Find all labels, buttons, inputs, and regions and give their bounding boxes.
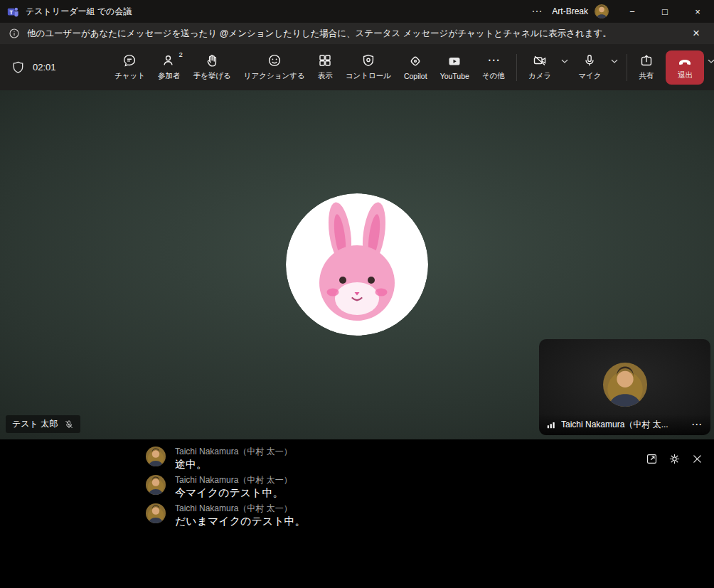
- account-name: Art-Break: [552, 6, 588, 16]
- caption-body: Taichi Nakamura（中村 太一） だいまマイクのテスト中。: [175, 503, 306, 528]
- control-icon: [361, 53, 375, 68]
- timer-group: 02:01: [0, 60, 108, 74]
- titlebar: テストリーダー組 での会議 ⋯ Art-Break − □ ×: [0, 0, 714, 23]
- teams-logo-icon: [7, 6, 19, 18]
- chat-icon: [122, 53, 137, 68]
- caption-row: Taichi Nakamura（中村 太一） だいまマイクのテスト中。: [146, 503, 714, 528]
- divider: [516, 54, 517, 81]
- leave-group: 退出: [666, 50, 714, 85]
- caption-text: 途中。: [175, 457, 292, 471]
- self-avatar: [603, 363, 647, 407]
- self-name: Taichi Nakamura（中村 太...: [561, 419, 685, 431]
- copilot-button[interactable]: Copilot: [398, 54, 434, 80]
- toolbar-device-group: カメラ マイク: [511, 50, 714, 85]
- raise-hand-icon: [205, 53, 219, 68]
- participants-label: 参加者: [158, 71, 181, 81]
- banner-text: 他のユーザーがあなたにメッセージを送ったり @メンションしたりした場合に、ステー…: [27, 28, 680, 40]
- reactions-button[interactable]: リアクションする: [238, 53, 311, 81]
- phone-hangup-icon: [678, 54, 692, 68]
- caption-speaker-name: Taichi Nakamura（中村 太一）: [175, 475, 292, 486]
- self-video-tile[interactable]: Taichi Nakamura（中村 太... ⋯: [539, 339, 710, 435]
- caption-text: だいまマイクのテスト中。: [175, 514, 306, 528]
- banner-close-icon[interactable]: ×: [687, 26, 705, 41]
- more-button[interactable]: ⋯ その他: [476, 53, 511, 81]
- captions-actions: [644, 451, 705, 467]
- toolbar-buttons: チャット 2 参加者 手を挙げる リアクションする: [108, 53, 511, 81]
- titlebar-right: ⋯ Art-Break − □ ×: [521, 0, 714, 23]
- participants-button[interactable]: 2 参加者: [151, 53, 187, 81]
- youtube-icon: [447, 54, 462, 68]
- maximize-button[interactable]: □: [649, 0, 681, 23]
- popout-icon[interactable]: [644, 451, 660, 467]
- camera-chevron-down-icon[interactable]: [558, 59, 572, 64]
- shield-icon: [11, 60, 25, 74]
- youtube-label: YouTube: [440, 72, 469, 80]
- divider: [627, 54, 627, 81]
- participants-count-badge: 2: [178, 50, 182, 58]
- camera-off-icon: [533, 53, 547, 68]
- youtube-button[interactable]: YouTube: [434, 54, 476, 80]
- caption-body: Taichi Nakamura（中村 太一） 今マイクのテスト中。: [175, 475, 292, 500]
- share-icon: [639, 53, 654, 68]
- view-button[interactable]: 表示: [311, 53, 339, 81]
- speaker-avatar: [146, 447, 166, 466]
- leave-button[interactable]: 退出: [666, 50, 704, 85]
- signal-bars-icon: [546, 419, 556, 429]
- share-label: 共有: [639, 71, 654, 81]
- control-label: コントロール: [346, 71, 391, 81]
- camera-label: カメラ: [528, 71, 551, 81]
- speaker-avatar: [146, 475, 166, 495]
- mic-button[interactable]: マイク: [572, 53, 607, 81]
- control-button[interactable]: コントロール: [339, 53, 398, 81]
- teams-meeting-window: テストリーダー組 での会議 ⋯ Art-Break − □ × 他のユーザーがあ…: [0, 0, 714, 588]
- mic-group: マイク: [572, 53, 622, 81]
- self-tile-label-bar: Taichi Nakamura（中村 太... ⋯: [539, 414, 710, 435]
- minimize-button[interactable]: −: [616, 0, 649, 23]
- notification-banner: 他のユーザーがあなたにメッセージを送ったり @メンションしたりした場合に、ステー…: [0, 23, 714, 44]
- mic-chevron-down-icon[interactable]: [607, 59, 622, 64]
- chat-label: チャット: [114, 71, 145, 81]
- participant-avatar-rabbit: [286, 193, 428, 336]
- caption-body: Taichi Nakamura（中村 太一） 途中。: [175, 447, 292, 471]
- window-title: テストリーダー組 での会議: [26, 6, 132, 18]
- leave-chevron-down-icon[interactable]: [704, 59, 714, 64]
- mic-icon: [582, 53, 597, 68]
- participant-name: テスト 太郎: [12, 418, 58, 430]
- account-avatar[interactable]: [595, 4, 609, 18]
- titlebar-left: テストリーダー組 での会議: [0, 6, 132, 18]
- caption-row: Taichi Nakamura（中村 太一） 今マイクのテスト中。: [146, 475, 714, 500]
- reactions-label: リアクションする: [244, 71, 305, 81]
- caption-messages: Taichi Nakamura（中村 太一） 途中。 Taichi Nakamu…: [0, 439, 714, 528]
- captions-close-icon[interactable]: [689, 451, 705, 467]
- titlebar-more-button[interactable]: ⋯: [521, 5, 552, 18]
- view-grid-icon: [318, 53, 332, 68]
- chat-button[interactable]: チャット: [108, 53, 151, 81]
- caption-text: 今マイクのテスト中。: [175, 486, 292, 500]
- captions-panel: Taichi Nakamura（中村 太一） 途中。 Taichi Nakamu…: [0, 439, 714, 588]
- raise-hand-label: 手を挙げる: [193, 71, 230, 81]
- gear-icon[interactable]: [666, 451, 683, 467]
- caption-speaker-name: Taichi Nakamura（中村 太一）: [175, 447, 292, 457]
- reaction-smiley-icon: [267, 53, 282, 68]
- mic-off-icon: [64, 419, 74, 429]
- caption-speaker-name: Taichi Nakamura（中村 太一）: [175, 503, 306, 514]
- participants-icon: 2: [162, 53, 176, 68]
- leave-label: 退出: [678, 70, 693, 80]
- raise-hand-button[interactable]: 手を挙げる: [186, 53, 237, 81]
- copilot-label: Copilot: [404, 72, 427, 80]
- close-button[interactable]: ×: [681, 0, 714, 23]
- camera-group: カメラ: [522, 53, 572, 81]
- info-icon: [9, 28, 20, 39]
- share-button[interactable]: 共有: [632, 53, 660, 81]
- caption-row: Taichi Nakamura（中村 太一） 途中。: [146, 447, 714, 471]
- mic-label: マイク: [578, 71, 601, 81]
- more-label: その他: [482, 71, 505, 81]
- copilot-icon: [408, 54, 422, 68]
- participant-nametag: テスト 太郎: [6, 415, 80, 433]
- more-icon: ⋯: [487, 53, 499, 68]
- self-tile-more-button[interactable]: ⋯: [690, 418, 703, 431]
- speaker-avatar: [146, 503, 166, 523]
- camera-button[interactable]: カメラ: [522, 53, 558, 81]
- view-label: 表示: [318, 71, 333, 81]
- meeting-timer: 02:01: [33, 62, 56, 73]
